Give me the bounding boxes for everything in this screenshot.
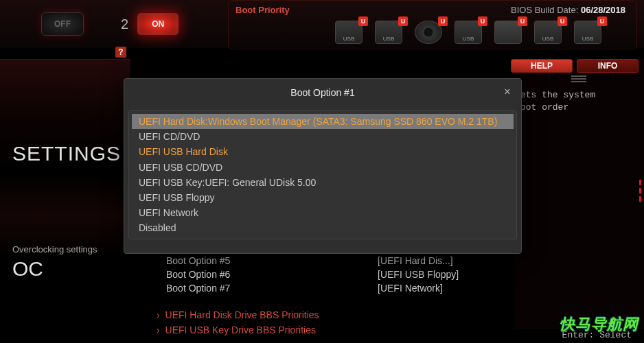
usb-device-icon[interactable]: USBU [534,21,562,44]
usb-device-icon[interactable]: USBU [574,21,601,44]
toggle-off-button[interactable]: OFF [41,12,84,36]
dialog-option-item[interactable]: UEFI USB Hard Disk [132,144,514,159]
uefi-badge-icon: U [557,16,567,26]
dialog-option-list: UEFI Hard Disk:Windows Boot Manager (SAT… [128,110,517,239]
uefi-badge-icon: U [398,16,408,26]
tab-info[interactable]: INFO [577,59,639,73]
folder-device-icon[interactable]: U [494,21,522,44]
usb-device-icon[interactable]: USBU [455,21,482,44]
dialog-option-item[interactable]: UEFI Network [132,205,514,220]
usb-device-icon[interactable]: USBU [335,21,363,44]
uefi-badge-icon: U [438,16,448,26]
tab-help[interactable]: HELP [511,59,573,73]
boot-device-icons: USBU USBU U USBU U USBU USBU [335,21,630,44]
usb-device-icon[interactable]: USBU [375,21,402,44]
boot-option-dialog: Boot Option #1 × UEFI Hard Disk:Windows … [124,78,522,254]
dialog-option-item[interactable]: UEFI USB Floppy [132,190,514,205]
dialog-title: Boot Option #1 × [124,79,521,106]
help-icon[interactable]: ? [115,47,126,58]
bbs-priorities-link[interactable]: UEFI USB Key Drive BBS Priorities [137,322,510,338]
dialog-option-item[interactable]: UEFI Hard Disk:Windows Boot Manager (SAT… [132,114,514,129]
dialog-option-item[interactable]: UEFI CD/DVD [132,129,514,144]
bios-build-date: BIOS Build Date: 06/28/2018 [511,5,625,15]
sidebar-item-settings[interactable]: SETTINGS [12,142,130,165]
uefi-badge-icon: U [478,16,487,26]
scroll-marks-icon [634,180,641,202]
sidebar-oc-sublabel: Overclocking settings [12,244,130,255]
toggle-on-button[interactable]: ON [137,12,179,36]
bbs-priorities-link[interactable]: UEFI Hard Disk Drive BBS Priorities [137,307,510,322]
watermark: 快马导航网 [560,314,639,335]
boot-option-row[interactable]: Boot Option #5[UEFI Hard Dis...] [137,254,510,268]
boot-priority-panel: Boot Priority BIOS Build Date: 06/28/201… [228,0,637,49]
uefi-badge-icon: U [358,16,368,26]
dialog-option-item[interactable]: UEFI USB Key:UEFI: General UDisk 5.00 [132,175,514,190]
bios-date-label: BIOS Build Date: [511,5,578,15]
grip-icon [571,75,586,82]
slot-number: 2 [121,16,128,32]
help-panel: HELP INFO ets the system oot order [515,59,644,329]
uefi-badge-icon: U [518,16,527,26]
bios-date-value: 06/28/2018 [581,5,625,15]
boot-option-row[interactable]: Boot Option #7[UEFI Network] [137,281,510,295]
close-button[interactable]: × [501,86,514,99]
sidebar-item-oc[interactable]: OC [12,257,130,281]
sidebar: SETTINGS Overclocking settings OC [0,59,130,343]
boot-option-row[interactable]: Boot Option #6[UEFI USB Floppy] [137,268,510,281]
dvd-device-icon[interactable]: U [415,21,442,44]
dialog-option-item[interactable]: Disabled [132,220,514,235]
uefi-badge-icon: U [597,16,607,26]
dialog-option-item[interactable]: UEFI USB CD/DVD [132,160,514,175]
